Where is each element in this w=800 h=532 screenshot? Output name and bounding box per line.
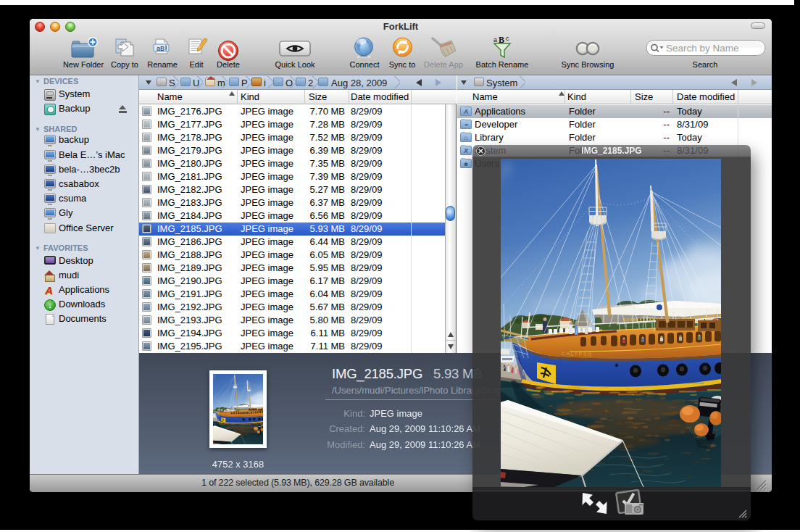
svg-text:a: a bbox=[493, 36, 497, 43]
svg-text:Search by Name: Search by Name bbox=[666, 43, 739, 54]
svg-text:c: c bbox=[506, 35, 509, 42]
svg-text:aB: aB bbox=[157, 45, 164, 52]
